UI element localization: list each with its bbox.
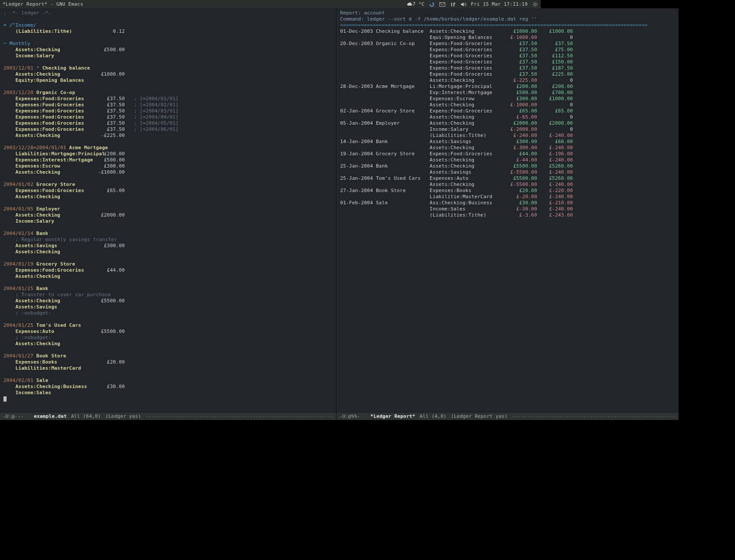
- reg-payee: [376, 47, 430, 52]
- reg-date: 25-Jan-2004: [340, 175, 376, 181]
- reg-amount: £5500.00: [501, 163, 537, 169]
- reg-date: [340, 157, 376, 163]
- report-line: Assets:Checking £-65.00 0: [340, 114, 675, 120]
- reg-date: [340, 35, 376, 40]
- reg-date: 19-Jan-2004: [340, 151, 376, 157]
- reg-running: £2000.00: [537, 120, 573, 126]
- reg-date: [340, 53, 376, 59]
- report-line: Expens:Food:Groceries £37.50 £225.00: [340, 71, 675, 77]
- source-line: Expenses:Books £20.00: [4, 359, 332, 365]
- reg-date: 05-Jan-2004: [340, 120, 376, 126]
- settings-icon[interactable]: [532, 1, 538, 7]
- reg-account: Expens:Food:Groceries: [430, 59, 501, 65]
- reg-account: (Liabilities:Tithe): [430, 212, 501, 218]
- source-line: [4, 347, 332, 353]
- source-line: Expenses:Food:Groceries £37.50 ; [=2004/…: [4, 114, 332, 120]
- reg-running: £-220.00: [537, 188, 573, 193]
- ledger-report-buffer[interactable]: Report: accountCommand: ledger --sort d …: [336, 8, 679, 412]
- reg-account: Expenses:Auto: [430, 175, 501, 181]
- reg-amount: £-5500.00: [501, 169, 537, 175]
- editor-pane-ledger-source[interactable]: ; -*- ledger -*-= /^Income/ (Liabilities…: [0, 8, 336, 420]
- modeline-bufname: example.dat: [34, 413, 66, 419]
- reg-date: [340, 126, 376, 132]
- reg-running: £-196.00: [537, 151, 573, 157]
- reg-date: 02-Jan-2004: [340, 108, 376, 114]
- reg-running: £-240.00: [537, 145, 573, 150]
- ledger-source-buffer[interactable]: ; -*- ledger -*-= /^Income/ (Liabilities…: [0, 8, 336, 412]
- reg-running: £-240.00: [537, 194, 573, 200]
- reg-payee: [376, 71, 430, 77]
- reg-running: £75.00: [537, 47, 573, 52]
- reg-payee: Checking balance: [376, 28, 430, 34]
- reg-amount: £300.00: [501, 139, 537, 144]
- modeline-fill: ----------------------------------------…: [512, 413, 676, 419]
- reg-payee: Grocery Store: [376, 151, 430, 157]
- source-line: ~ Monthly: [4, 41, 332, 47]
- source-line: [4, 255, 332, 261]
- reg-account: Assets:Checking: [430, 114, 501, 120]
- reg-account: Income:Salary: [430, 126, 501, 132]
- modeline-position: All (4,0): [420, 413, 446, 419]
- source-line: ; Regular monthly savings transfer: [4, 237, 332, 243]
- refresh-icon[interactable]: [429, 1, 435, 7]
- system-tray: 7 °C Fri 15 Mar 17:11:19: [406, 1, 538, 7]
- reg-account: Expens:Food:Groceries: [430, 47, 501, 52]
- reg-payee: [376, 65, 430, 71]
- source-line: Expenses:Escrow £300.00: [4, 163, 332, 169]
- source-line: [4, 280, 332, 286]
- reg-payee: [376, 133, 430, 138]
- source-line: 2004/02/01 Sale: [4, 378, 332, 384]
- reg-running: £700.00: [537, 90, 573, 95]
- reg-amount: £37.50: [501, 53, 537, 59]
- reg-account: Income:Sales: [430, 206, 501, 212]
- report-line: Exp:Interest:Mortgage £500.00 £700.00: [340, 90, 675, 96]
- reg-date: 25-Jan-2004: [340, 163, 376, 169]
- reg-account: Expens:Food:Groceries: [430, 71, 501, 77]
- reg-payee: Book Store: [376, 188, 430, 193]
- reg-date: [340, 71, 376, 77]
- report-line: Assets:Checking £-225.00 0: [340, 77, 675, 84]
- reg-amount: £2000.00: [501, 120, 537, 126]
- source-line: 2004/01/14 Bank: [4, 231, 332, 237]
- reg-amount: £37.50: [501, 41, 537, 46]
- mail-icon[interactable]: [439, 1, 445, 7]
- source-line: 2003/12/01 * Checking balance: [4, 65, 332, 71]
- reg-amount: £-1000.00: [501, 35, 537, 40]
- reg-date: [340, 77, 376, 83]
- svg-point-1: [534, 3, 536, 5]
- source-line: Assets:Savings £300.00: [4, 243, 332, 249]
- source-line: Assets:Checking -£225.00: [4, 133, 332, 139]
- reg-date: [340, 169, 376, 175]
- source-line: Expenses:Food:Groceries £37.50 ; [=2004/…: [4, 96, 332, 102]
- reg-date: 20-Dec-2003: [340, 41, 376, 46]
- modeline-modes: (Ledger yas): [105, 413, 141, 419]
- reg-payee: Bank: [376, 163, 430, 169]
- reg-account: Expens:Food:Groceries: [430, 151, 501, 157]
- weather-indicator: 7 °C: [406, 1, 424, 7]
- reg-amount: £37.50: [501, 47, 537, 52]
- reg-amount: £-30.00: [501, 206, 537, 212]
- report-line: Assets:Checking £-44.00 £-240.00: [340, 157, 675, 163]
- reg-date: 01-Dec-2003: [340, 28, 376, 34]
- reg-account: Assets:Checking: [430, 120, 501, 126]
- source-line: Assets:Checking £2000.00: [4, 212, 332, 218]
- reg-amount: £37.50: [501, 59, 537, 65]
- reg-amount: £-44.00: [501, 157, 537, 163]
- reg-account: Expens:Food:Groceries: [430, 53, 501, 59]
- reg-amount: £500.00: [501, 90, 537, 95]
- report-command: Command: ledger --sort d -f /home/borbus…: [340, 16, 537, 22]
- network-icon[interactable]: [450, 1, 456, 7]
- modeline-status: -U:@%%-: [339, 413, 366, 419]
- reg-payee: Grocery Store: [376, 108, 430, 114]
- reg-running: £150.00: [537, 59, 573, 65]
- reg-amount: £300.00: [501, 96, 537, 102]
- reg-date: [340, 182, 376, 187]
- reg-account: Expenses:Escrow: [430, 96, 501, 102]
- reg-date: [340, 145, 376, 150]
- reg-account: Assets:Checking: [430, 145, 501, 150]
- source-line: [4, 139, 332, 145]
- reg-running: £5260.00: [537, 163, 573, 169]
- editor-pane-ledger-report[interactable]: Report: accountCommand: ledger --sort d …: [336, 8, 679, 420]
- reg-running: £5260.00: [537, 175, 573, 181]
- volume-icon[interactable]: [460, 1, 466, 7]
